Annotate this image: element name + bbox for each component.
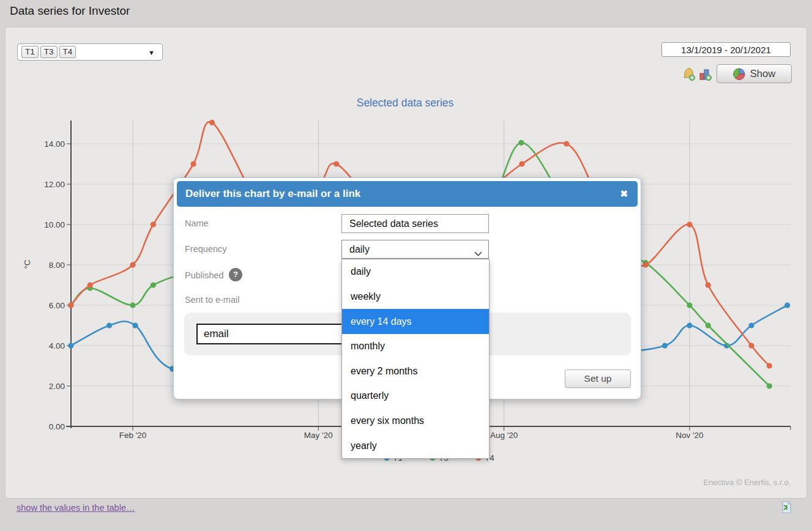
svg-text:8.00: 8.00	[49, 261, 65, 270]
svg-text:6.00: 6.00	[49, 301, 65, 310]
close-icon[interactable]: ✖	[620, 181, 628, 207]
sent-to-email-label: Sent to e-mail	[185, 295, 239, 305]
option-daily[interactable]: daily	[342, 259, 489, 284]
set-up-button[interactable]: Set up	[565, 369, 631, 388]
svg-text:May '20: May '20	[304, 431, 333, 440]
svg-text:2.00: 2.00	[49, 382, 65, 391]
option-every-six-months[interactable]: every six months	[342, 409, 489, 434]
svg-text:14.00: 14.00	[44, 139, 65, 149]
option-weekly[interactable]: weekly	[342, 284, 489, 310]
svg-text:12.00: 12.00	[44, 180, 65, 189]
option-quarterly[interactable]: quarterly	[342, 384, 489, 409]
svg-text:Nov '20: Nov '20	[676, 431, 703, 440]
svg-text:Selected data series: Selected data series	[357, 97, 454, 109]
option-yearly[interactable]: yearly	[342, 433, 489, 458]
svg-text:Feb '20: Feb '20	[119, 431, 147, 440]
name-label: Name	[185, 218, 209, 228]
svg-text:4.00: 4.00	[49, 341, 65, 351]
option-every-14-days[interactable]: every 14 days	[342, 309, 489, 334]
frequency-selected-value: daily	[349, 244, 370, 255]
modal-title: Deliver this chart by e-mail or a link	[185, 188, 360, 199]
name-input[interactable]	[341, 214, 489, 233]
option-every-2-months[interactable]: every 2 months	[342, 359, 489, 384]
frequency-dropdown-list: daily weekly every 14 days monthly every…	[341, 259, 490, 459]
svg-text:Aug '20: Aug '20	[490, 431, 518, 440]
svg-text:Enectiva © Enerfis, s.r.o.: Enectiva © Enerfis, s.r.o.	[703, 478, 791, 487]
help-icon[interactable]: ?	[229, 268, 242, 281]
show-values-table-link[interactable]: show the values in the table…	[17, 503, 135, 513]
svg-text:0.00: 0.00	[49, 422, 65, 431]
modal-header: Deliver this chart by e-mail or a link ✖	[177, 181, 638, 207]
chevron-down-icon	[474, 248, 482, 259]
option-monthly[interactable]: monthly	[342, 334, 489, 359]
excel-export-icon[interactable]	[781, 501, 792, 516]
svg-text:10.00: 10.00	[44, 220, 65, 229]
svg-text:°C: °C	[23, 259, 32, 269]
published-label: Published	[185, 270, 224, 280]
frequency-label: Frequency	[185, 244, 227, 254]
frequency-select[interactable]: daily	[341, 240, 489, 259]
